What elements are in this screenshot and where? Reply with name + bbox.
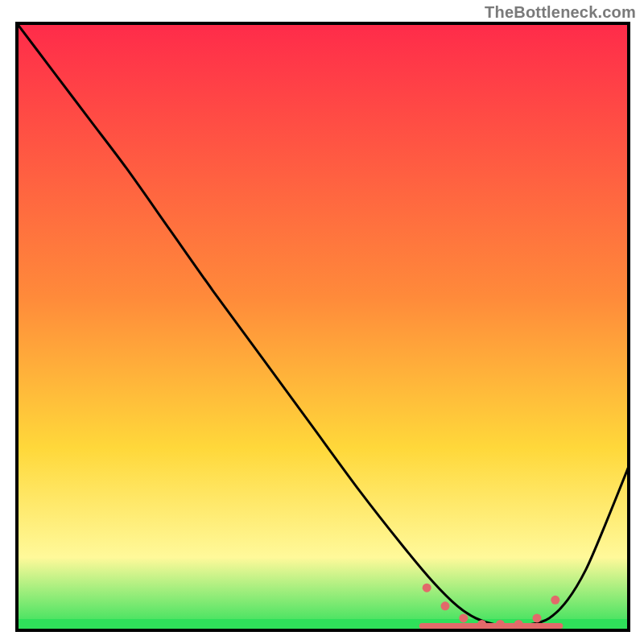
gradient-background xyxy=(17,23,629,630)
chart-svg xyxy=(0,0,644,644)
chart-container: TheBottleneck.com xyxy=(0,0,644,644)
highlight-point xyxy=(477,620,486,629)
highlight-point xyxy=(551,596,559,605)
attribution-text: TheBottleneck.com xyxy=(485,3,636,22)
highlight-point xyxy=(459,613,468,622)
highlight-point xyxy=(441,601,450,610)
highlight-point xyxy=(496,620,505,629)
highlight-point xyxy=(533,613,542,622)
highlight-point xyxy=(514,620,523,629)
highlight-point xyxy=(423,584,431,592)
